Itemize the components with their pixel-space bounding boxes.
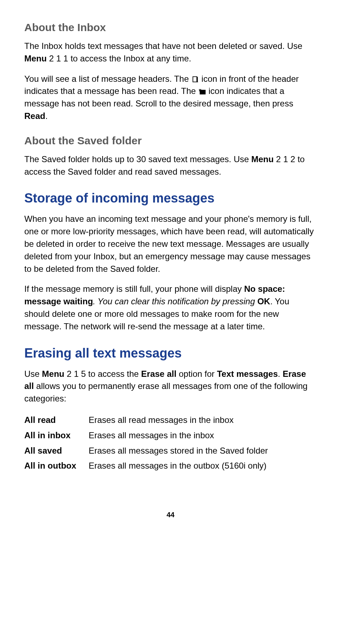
read-label: Read [24,111,45,121]
menu-label: Menu [42,369,64,379]
text-run: 2 1 1 to access the Inbox at any time. [47,54,191,63]
erase-option-desc: Erases all read messages in the inbox [89,413,317,428]
table-row: All read Erases all read messages in the… [24,413,317,428]
heading-storage: Storage of incoming messages [24,191,317,206]
text-run: Use [24,369,42,379]
text-run: The Inbox holds text messages that have … [24,41,302,51]
table-row: All in outbox Erases all messages in the… [24,459,317,473]
heading-about-inbox: About the Inbox [24,21,317,34]
text-run: The Saved folder holds up to 30 saved te… [24,154,251,164]
menu-label: Menu [251,154,274,164]
erase-option-label: All saved [24,444,89,458]
erase-option-label: All read [24,413,89,428]
text-run: You will see a list of message headers. … [24,74,191,84]
menu-label: Menu [24,54,47,63]
paragraph-inbox-2: You will see a list of message headers. … [24,73,317,123]
erase-options-table: All read Erases all read messages in the… [24,413,317,473]
erase-option-desc: Erases all messages in the inbox [89,428,317,443]
paragraph-storage-2: If the message memory is still full, you… [24,283,317,333]
erase-option-desc: Erases all messages stored in the Saved … [89,444,317,458]
table-row: All in inbox Erases all messages in the … [24,428,317,443]
text-run: . [278,369,282,379]
text-run: . You can clear this notification by pre… [93,296,257,306]
textmsg-label: Text messages [217,369,278,379]
ok-label: OK [257,296,270,306]
paragraph-inbox-1: The Inbox holds text messages that have … [24,40,317,65]
text-run: 2 1 5 to access the [64,369,141,379]
table-row: All saved Erases all messages stored in … [24,444,317,458]
page-number: 44 [0,511,341,519]
paragraph-storage-1: When you have an incoming text message a… [24,213,317,275]
erase-option-label: All in inbox [24,428,89,443]
paragraph-saved-1: The Saved folder holds up to 30 saved te… [24,153,317,178]
paragraph-erasing-1: Use Menu 2 1 5 to access the Erase all o… [24,368,317,405]
text-run: option for [177,369,217,379]
text-run: If the message memory is still full, you… [24,284,244,294]
erase-option-label: All in outbox [24,459,89,473]
erase-option-desc: Erases all messages in the outbox (5160i… [89,459,317,473]
text-run: . [45,111,48,121]
manual-page: About the Inbox The Inbox holds text mes… [0,0,341,644]
message-unread-icon [198,88,206,96]
message-read-icon [191,75,199,83]
text-run: allows you to permanently erase all mess… [24,381,307,403]
heading-erasing: Erasing all text messages [24,346,317,361]
heading-about-saved: About the Saved folder [24,135,317,147]
eraseall-label: Erase all [141,369,177,379]
